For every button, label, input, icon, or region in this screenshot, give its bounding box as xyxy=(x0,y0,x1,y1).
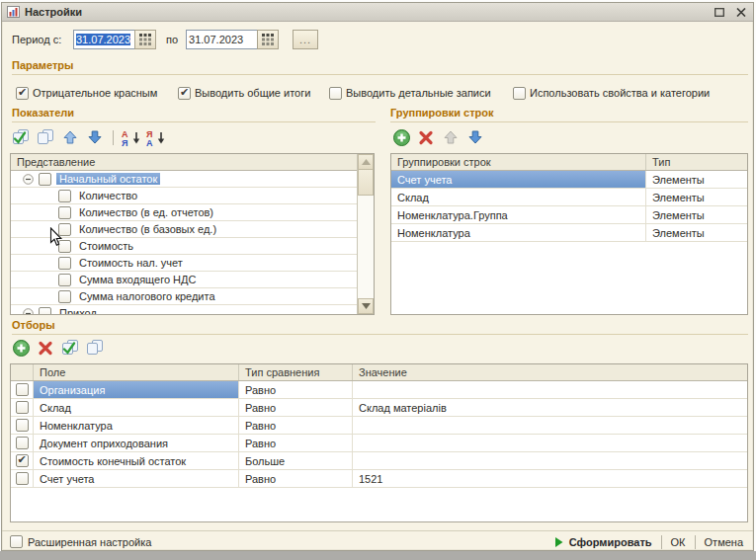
move-up-button[interactable] xyxy=(440,127,462,147)
column-header-field[interactable]: Поле xyxy=(34,364,239,380)
filter-field-cell[interactable]: Счет учета xyxy=(34,470,239,487)
delete-button[interactable] xyxy=(415,127,437,147)
tree-row[interactable]: Сумма налогового кредита xyxy=(11,288,357,305)
advanced-settings-checkbox[interactable] xyxy=(10,535,23,548)
tree-row[interactable]: Стоимость нал. учет xyxy=(11,255,357,272)
filter-value-cell[interactable] xyxy=(353,381,747,398)
filter-use-checkbox[interactable] xyxy=(16,454,29,467)
add-button[interactable] xyxy=(390,127,412,147)
grouping-name-cell[interactable]: Счет учета xyxy=(391,171,646,188)
filter-value-cell[interactable] xyxy=(353,452,747,469)
filter-comparison-cell[interactable]: Равно xyxy=(239,417,353,434)
scrollbar[interactable] xyxy=(357,154,374,314)
period-from-input[interactable]: 31.07.2023 xyxy=(73,30,134,49)
calendar-to-button[interactable] xyxy=(257,30,279,49)
title-bar[interactable]: Настройки xyxy=(2,3,753,22)
grouping-row[interactable]: НоменклатураЭлементы xyxy=(391,224,747,242)
filter-comparison-cell[interactable]: Равно xyxy=(239,470,353,487)
parameter-checkbox-option[interactable]: Выводить детальные записи xyxy=(329,86,491,100)
scrollbar-track[interactable] xyxy=(358,196,374,298)
cancel-button[interactable]: Отмена xyxy=(703,536,745,548)
checkbox[interactable] xyxy=(329,87,342,100)
filter-value-cell[interactable]: 1521 xyxy=(353,470,747,487)
delete-button[interactable] xyxy=(35,338,56,358)
period-options-button[interactable]: ... xyxy=(293,30,318,49)
scroll-up-button[interactable] xyxy=(358,154,374,170)
filter-value-cell[interactable] xyxy=(353,417,747,434)
parameter-checkbox-option[interactable]: Использовать свойства и категории xyxy=(513,86,710,100)
grouping-type-cell[interactable]: Элементы xyxy=(646,224,747,241)
filter-row[interactable]: СкладРавноСклад матеріалів xyxy=(11,399,747,417)
filter-field-cell[interactable]: Стоимость конечный остаток xyxy=(34,452,239,469)
tree-item-checkbox[interactable] xyxy=(39,173,51,186)
filter-field-cell[interactable]: Документ оприходования xyxy=(34,435,239,451)
filter-value-cell[interactable]: Склад матеріалів xyxy=(353,399,747,416)
maximize-button[interactable] xyxy=(713,6,726,19)
tree-item-checkbox[interactable] xyxy=(39,307,51,315)
check-all-button[interactable] xyxy=(10,127,32,147)
column-header-comparison[interactable]: Тип сравнения xyxy=(239,364,353,380)
grouping-row[interactable]: Номенклатура.ГруппаЭлементы xyxy=(391,206,747,224)
tree-item-checkbox[interactable] xyxy=(58,223,71,236)
filter-row[interactable]: НоменклатураРавно xyxy=(11,417,747,435)
tree-row[interactable]: Количество xyxy=(11,188,357,204)
calendar-from-button[interactable] xyxy=(134,30,156,49)
grouping-type-cell[interactable]: Элементы xyxy=(646,171,747,188)
close-button[interactable] xyxy=(734,6,748,19)
parameter-checkbox-option[interactable]: Выводить общие итоги xyxy=(178,86,310,100)
checkbox[interactable] xyxy=(513,87,526,100)
grouping-row[interactable]: СкладЭлементы xyxy=(391,189,747,206)
checkbox[interactable] xyxy=(16,87,29,100)
tree-item-checkbox[interactable] xyxy=(58,257,71,270)
column-header-value[interactable]: Значение xyxy=(353,364,747,380)
filter-field-cell[interactable]: Склад xyxy=(34,399,239,416)
move-down-button[interactable] xyxy=(84,127,106,147)
filter-field-cell[interactable]: Номенклатура xyxy=(34,417,239,434)
grouping-type-cell[interactable]: Элементы xyxy=(646,206,747,223)
parameter-checkbox-option[interactable]: Отрицательное красным xyxy=(16,86,157,100)
column-header-type[interactable]: Тип xyxy=(646,154,747,170)
grouping-name-cell[interactable]: Номенклатура xyxy=(391,224,646,241)
tree-row[interactable]: Количество (в базовых ед.) xyxy=(11,221,357,238)
column-header-groupings[interactable]: Группировки строк xyxy=(391,154,646,170)
check-all-button[interactable] xyxy=(59,338,81,358)
tree-item-checkbox[interactable] xyxy=(58,240,71,253)
generate-button[interactable]: Сформировать xyxy=(552,536,654,548)
filter-use-checkbox[interactable] xyxy=(16,472,29,485)
filter-row[interactable]: Стоимость конечный остатокБольше xyxy=(11,452,747,470)
tree-item-checkbox[interactable] xyxy=(58,206,71,219)
tree-item-checkbox[interactable] xyxy=(58,274,71,286)
filter-field-cell[interactable]: Организация xyxy=(34,381,239,398)
sort-ascending-button[interactable]: АЯ xyxy=(121,127,142,147)
filter-row[interactable]: Документ оприходованияРавно xyxy=(11,435,747,452)
filter-use-checkbox[interactable] xyxy=(16,383,29,396)
tree-row[interactable]: Количество (в ед. отчетов) xyxy=(11,204,357,221)
filter-row[interactable]: Счет учетаРавно1521 xyxy=(11,470,747,488)
tree-item-checkbox[interactable] xyxy=(58,290,71,303)
grouping-name-cell[interactable]: Номенклатура.Группа xyxy=(391,206,646,223)
uncheck-all-button[interactable] xyxy=(84,338,106,358)
scroll-down-button[interactable] xyxy=(358,298,374,314)
filter-value-cell[interactable] xyxy=(353,435,747,451)
scrollbar-thumb[interactable] xyxy=(358,170,374,196)
ok-button[interactable]: ОК xyxy=(669,536,688,548)
advanced-settings-option[interactable]: Расширенная настройка xyxy=(10,535,151,548)
tree-row[interactable]: Начальный остаток xyxy=(11,171,357,188)
filter-comparison-cell[interactable]: Равно xyxy=(239,381,353,398)
filter-use-checkbox[interactable] xyxy=(16,401,29,414)
move-down-button[interactable] xyxy=(464,127,486,147)
tree-item-checkbox[interactable] xyxy=(58,190,71,202)
uncheck-all-button[interactable] xyxy=(35,127,56,147)
tree-row[interactable]: Стоимость xyxy=(11,238,357,255)
filter-comparison-cell[interactable]: Равно xyxy=(239,435,353,451)
period-to-input[interactable]: 31.07.2023 xyxy=(186,30,257,49)
filter-use-checkbox[interactable] xyxy=(16,419,29,432)
filter-row[interactable]: ОрганизацияРавно xyxy=(11,381,747,399)
collapse-icon[interactable] xyxy=(23,174,34,185)
filter-comparison-cell[interactable]: Больше xyxy=(239,452,353,469)
filter-use-checkbox[interactable] xyxy=(16,437,29,449)
column-header-representation[interactable]: Представление xyxy=(11,154,101,170)
tree-row[interactable]: Сумма входящего НДС xyxy=(11,272,357,288)
tree-row[interactable]: Приход xyxy=(11,305,357,314)
grouping-type-cell[interactable]: Элементы xyxy=(646,189,747,205)
